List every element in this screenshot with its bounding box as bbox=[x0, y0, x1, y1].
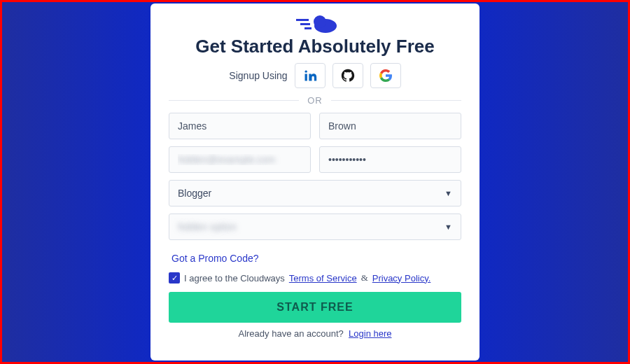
start-free-button[interactable]: START FREE bbox=[169, 292, 461, 323]
role-select[interactable]: Blogger ▼ bbox=[169, 180, 461, 206]
or-divider: OR bbox=[169, 95, 461, 106]
svg-rect-4 bbox=[300, 23, 310, 25]
role-select-value: Blogger bbox=[178, 188, 211, 199]
svg-point-2 bbox=[314, 15, 326, 28]
agree-text-prefix: I agree to the Cloudways bbox=[184, 273, 285, 284]
google-button[interactable] bbox=[370, 63, 401, 88]
agree-checkbox[interactable]: ✓ bbox=[169, 272, 180, 284]
chevron-down-icon: ▼ bbox=[444, 189, 452, 197]
login-footer: Already have an account? Login here bbox=[169, 328, 461, 339]
cloud-speed-icon bbox=[290, 12, 340, 34]
privacy-link[interactable]: Privacy Policy. bbox=[372, 273, 431, 284]
signup-card: Get Started Absolutely Free Signup Using… bbox=[150, 4, 479, 360]
social-label: Signup Using bbox=[229, 70, 287, 81]
svg-rect-5 bbox=[304, 27, 312, 29]
svg-rect-6 bbox=[304, 74, 307, 81]
social-signup-row: Signup Using bbox=[169, 63, 461, 88]
email-input[interactable] bbox=[169, 146, 311, 173]
linkedin-icon bbox=[303, 69, 317, 83]
last-name-input[interactable] bbox=[319, 113, 461, 139]
brand-logo bbox=[169, 12, 461, 34]
promo-code-link[interactable]: Got a Promo Code? bbox=[172, 253, 259, 264]
agree-row: ✓ I agree to the Cloudways Terms of Serv… bbox=[169, 272, 461, 284]
svg-point-7 bbox=[304, 71, 307, 73]
linkedin-button[interactable] bbox=[295, 63, 326, 88]
password-input[interactable] bbox=[319, 146, 461, 173]
first-name-input[interactable] bbox=[169, 113, 311, 139]
github-icon bbox=[341, 69, 355, 83]
ampersand: & bbox=[361, 272, 368, 284]
github-button[interactable] bbox=[332, 63, 363, 88]
svg-rect-3 bbox=[296, 19, 309, 21]
budget-select[interactable]: hidden option ▼ bbox=[169, 214, 461, 240]
page-title: Get Started Absolutely Free bbox=[169, 36, 461, 57]
footer-text: Already have an account? bbox=[238, 328, 343, 339]
login-link[interactable]: Login here bbox=[349, 328, 391, 339]
google-icon bbox=[379, 69, 393, 83]
budget-select-value: hidden option bbox=[178, 221, 237, 232]
tos-link[interactable]: Terms of Service bbox=[289, 273, 357, 284]
chevron-down-icon: ▼ bbox=[444, 223, 452, 231]
